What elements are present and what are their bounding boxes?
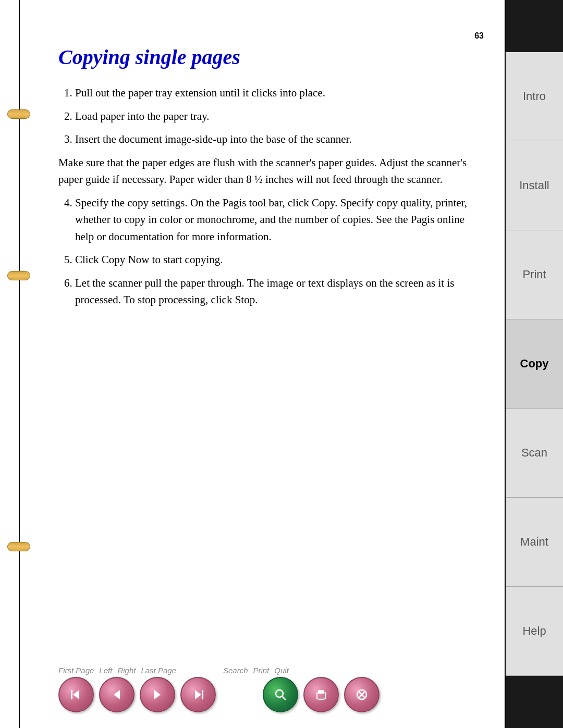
- binding-ring-1: [7, 109, 30, 119]
- right-sidebar: Intro Install Print Copy Scan Maint Help: [505, 0, 563, 728]
- svg-rect-9: [318, 690, 324, 694]
- left-label: Left: [99, 666, 112, 675]
- search-icon: [272, 686, 289, 703]
- print-label: Print: [253, 666, 270, 675]
- first-page-button[interactable]: [58, 677, 94, 712]
- svg-line-7: [282, 696, 286, 700]
- search-label: Search: [223, 666, 248, 675]
- right-label: Right: [117, 666, 136, 675]
- print-button[interactable]: [303, 677, 339, 712]
- quit-button[interactable]: [344, 677, 380, 712]
- step-4: Specify the copy settings. On the Pagis …: [75, 194, 484, 245]
- quit-icon: [353, 686, 370, 703]
- sidebar-item-help[interactable]: Help: [506, 587, 563, 676]
- bottom-nav: First Page Left Right Last Page Search P…: [38, 666, 505, 712]
- svg-marker-3: [154, 690, 161, 699]
- quit-label: Quit: [274, 666, 289, 675]
- sidebar-item-scan[interactable]: Scan: [506, 409, 563, 498]
- first-page-label: First Page: [58, 666, 94, 675]
- print-icon: [313, 686, 329, 703]
- svg-rect-0: [71, 690, 72, 699]
- sidebar-item-copy[interactable]: Copy: [506, 319, 563, 409]
- first-page-icon: [68, 686, 84, 703]
- step-3: Insert the document image-side-up into t…: [75, 131, 484, 148]
- svg-marker-2: [114, 690, 120, 699]
- search-button[interactable]: [263, 677, 298, 712]
- svg-rect-10: [318, 697, 324, 700]
- last-page-button[interactable]: [180, 677, 216, 712]
- page-number: 63: [58, 31, 484, 41]
- sidebar-top-decoration: [506, 0, 563, 52]
- step-6: Let the scanner pull the paper through. …: [75, 275, 484, 309]
- svg-marker-1: [73, 690, 79, 699]
- step-1: Pull out the paper tray extension until …: [75, 84, 484, 102]
- sidebar-item-print[interactable]: Print: [506, 230, 563, 319]
- step-2: Load paper into the paper tray.: [75, 108, 484, 125]
- steps-list: Pull out the paper tray extension until …: [58, 84, 484, 148]
- content-body: Pull out the paper tray extension until …: [58, 84, 484, 309]
- last-page-icon: [190, 686, 206, 703]
- svg-rect-4: [202, 690, 203, 699]
- binding-strip: [0, 0, 38, 728]
- last-page-label: Last Page: [141, 666, 176, 675]
- binding-ring-2: [7, 271, 30, 280]
- sidebar-item-intro[interactable]: Intro: [506, 52, 563, 141]
- right-button[interactable]: [140, 677, 175, 712]
- right-icon: [149, 686, 166, 703]
- step-5: Click Copy Now to start copying.: [75, 251, 484, 268]
- main-content: 63 Copying single pages Pull out the pap…: [38, 0, 505, 728]
- sidebar-bottom-decoration: [506, 676, 563, 728]
- page-title: Copying single pages: [58, 45, 484, 70]
- sidebar-item-install[interactable]: Install: [506, 141, 563, 230]
- binding-ring-3: [7, 542, 30, 551]
- note-paragraph: Make sure that the paper edges are flush…: [58, 154, 484, 188]
- steps-list-2: Specify the copy settings. On the Pagis …: [58, 194, 484, 309]
- sidebar-item-maint[interactable]: Maint: [506, 498, 563, 587]
- svg-marker-5: [195, 690, 201, 699]
- left-icon: [108, 686, 125, 703]
- svg-point-6: [276, 690, 283, 697]
- left-button[interactable]: [99, 677, 134, 712]
